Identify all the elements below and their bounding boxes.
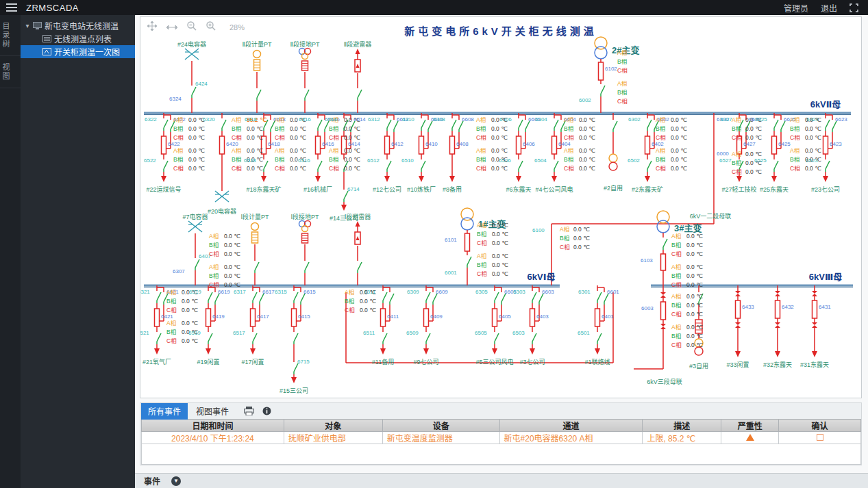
footer-events-label: 事件 <box>144 475 160 487</box>
phase-label: A相 <box>209 264 219 270</box>
temp-value: 0.0 ℃ <box>492 262 508 268</box>
feeder-label: #20电容器 <box>208 209 236 215</box>
phase-label: B相 <box>166 298 176 305</box>
temp-value: 0.0 ℃ <box>745 135 762 141</box>
caret-down-icon[interactable]: ▾ <box>23 22 32 29</box>
event-row[interactable]: 2023/4/10 下午1:23:24 抚顺矿业供电部 新屯变温度监测器 新屯#… <box>142 432 861 444</box>
phase-label: C相 <box>671 282 682 288</box>
device-number: 6608 <box>462 117 474 123</box>
temp-value: 0.0 ℃ <box>247 166 263 172</box>
device-number: 6504 <box>534 158 547 164</box>
device-number: 6521 <box>140 331 149 336</box>
col-device[interactable]: 设备 <box>382 420 499 432</box>
phase-label: A相 <box>476 117 486 123</box>
device-number: 6418 <box>268 142 280 147</box>
phase-label: C相 <box>166 338 177 344</box>
device-number: 6001 <box>445 270 457 276</box>
fit-width-icon[interactable] <box>166 21 177 34</box>
rail-tab-view[interactable]: 视图 <box>0 56 21 88</box>
feeder-label: #25东露天 <box>760 187 789 193</box>
phase-label: A相 <box>790 117 799 123</box>
device-number: 6603 <box>542 290 554 295</box>
col-datetime[interactable]: 日期和时间 <box>142 420 284 432</box>
temp-value: 0.0 ℃ <box>686 282 703 288</box>
tree-item-point-list[interactable]: 无线测温点列表 <box>21 32 135 45</box>
zoom-in-icon[interactable] <box>206 21 216 34</box>
temp-value: 0.0 ℃ <box>188 126 205 132</box>
tab-view-events[interactable]: 视图事件 <box>189 403 236 420</box>
col-severity[interactable]: 严重性 <box>721 420 779 432</box>
col-description[interactable]: 描述 <box>643 420 721 432</box>
col-ack[interactable]: 确认 <box>779 420 861 432</box>
pan-icon[interactable] <box>147 21 157 34</box>
temp-value: 0.0 ℃ <box>686 273 703 279</box>
temp-value: 0.0 ℃ <box>492 271 508 277</box>
temp-value: 0.0 ℃ <box>182 298 198 305</box>
temp-value: 0.0 ℃ <box>290 166 306 172</box>
tab-all-events[interactable]: 所有事件 <box>141 403 188 420</box>
feeder-label: #10炼铁厂 <box>407 187 436 193</box>
temp-value: 0.0 ℃ <box>579 135 595 141</box>
phase-label: A相 <box>732 151 741 157</box>
phase-label: B相 <box>560 235 569 242</box>
phase-label: C相 <box>671 311 682 318</box>
temp-value: 0.0 ℃ <box>579 126 595 132</box>
oneline-canvas[interactable]: 6kVⅡ母6kVⅠ母6kVⅢ母#24电容器64246324Ⅱ段计量PTⅡ段接地P… <box>140 17 861 398</box>
user-menu[interactable]: 管理员 <box>784 2 808 14</box>
device-number: 6325 <box>755 117 767 123</box>
device-number: 6301 <box>578 290 591 295</box>
device-number: 6617 <box>262 290 275 295</box>
device-number: 6303 <box>513 290 525 295</box>
device-number: 6422 <box>168 142 180 147</box>
app-title: ZRMSCADA <box>26 3 79 13</box>
device-number: 6101 <box>445 237 457 243</box>
event-channel: 新屯#20电容器6320 A相 <box>499 432 643 444</box>
tree-node-station[interactable]: ▾ 新屯变电站无线测温 <box>21 15 135 32</box>
event-device: 新屯变温度监测器 <box>382 432 499 444</box>
phase-label: C相 <box>329 135 339 141</box>
ack-checkbox[interactable] <box>817 434 823 441</box>
phase-label: B相 <box>476 126 486 132</box>
phase-label: B相 <box>173 157 183 163</box>
col-channel[interactable]: 通道 <box>499 420 643 432</box>
feeder-label: #21氧气厂 <box>142 359 171 365</box>
feeder-label: #22运煤信号 <box>146 187 181 193</box>
phase-label: B相 <box>790 126 799 132</box>
temp-value: 0.0 ℃ <box>805 126 821 132</box>
top-bar: ZRMSCADA 管理员 退出 <box>0 0 868 15</box>
temp-value: 0.0 ℃ <box>344 148 360 154</box>
phase-label: C相 <box>564 135 574 141</box>
event-description: 上限, 85.2 ℃ <box>643 432 721 444</box>
zoom-out-icon[interactable] <box>187 21 197 34</box>
phase-label: C相 <box>671 342 682 348</box>
temp-value: 0.0 ℃ <box>290 135 306 141</box>
phase-label: B相 <box>564 157 573 163</box>
device-number: 6433 <box>742 305 754 310</box>
phase-label: B相 <box>232 126 241 132</box>
rail-tab-tree[interactable]: 目录树 <box>0 15 21 56</box>
station-icon <box>33 22 42 29</box>
device-number: 6401 <box>602 314 614 320</box>
phase-label: A相 <box>560 227 569 233</box>
menu-icon[interactable] <box>6 3 17 12</box>
list-icon <box>42 35 51 42</box>
oneline-diagram-panel[interactable]: 28% 新屯变电所6kV开关柜无线测温 6kVⅡ母6kVⅠ母6kVⅢ母#24电容… <box>140 16 862 398</box>
device-number: 6103 <box>641 258 653 264</box>
col-object[interactable]: 对象 <box>284 420 382 432</box>
tree-item-oneline-diagram[interactable]: 开关柜测温一次图 <box>21 45 135 58</box>
device-number: 6420 <box>226 142 238 147</box>
device-number: 6102 <box>605 66 617 72</box>
device-number: 6417 <box>257 314 269 320</box>
logout-button[interactable]: 退出 <box>821 2 837 14</box>
print-icon[interactable] <box>244 407 254 415</box>
temp-value: 0.0 ℃ <box>360 298 376 305</box>
temp-value: 0.0 ℃ <box>182 338 198 344</box>
device-number: 6321 <box>140 290 150 295</box>
phase-label: B相 <box>477 231 486 237</box>
temp-value: 0.0 ℃ <box>290 148 306 154</box>
info-icon[interactable] <box>262 407 271 415</box>
fullscreen-icon[interactable] <box>850 3 858 12</box>
feeder-label: Ⅱ段计量PT <box>243 42 272 48</box>
feeder-label: #27轻工技校 <box>721 187 756 193</box>
chevron-down-icon[interactable]: ▼ <box>171 476 181 486</box>
